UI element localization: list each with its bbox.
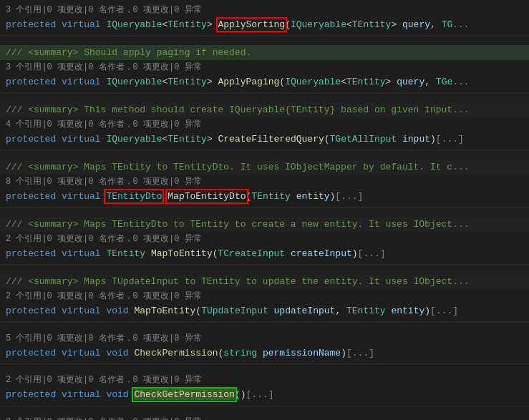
kw-void-1: void (106, 306, 128, 316)
method-map-to-entity-dto-highlight[interactable]: MapToEntityDto (168, 191, 246, 202)
param-query-2: query (397, 77, 424, 87)
paren-1: ( (285, 19, 291, 30)
bracket-2: > (207, 19, 213, 30)
kw-protected-6: protected (6, 306, 56, 316)
ellipsis-5: [...] (358, 248, 386, 259)
kw-protected-2: protected (6, 77, 56, 87)
type-tentity-3: TEntity (168, 77, 207, 87)
method-map-to-entity-create: MapToEntity (151, 248, 213, 259)
method-check-permission: CheckPermission (134, 348, 218, 358)
code-view: 3 个引用|0 项更改|0 名作者，0 项更改|0 异常 protected v… (0, 0, 529, 420)
paren-13: () (235, 389, 246, 400)
type-string: string (223, 348, 257, 358)
paren-9: ( (195, 306, 201, 316)
kw-virtual-8: virtual (62, 389, 101, 400)
section-map-to-entity-update: /// <summary> Maps TUpdateInput to TEnti… (0, 271, 529, 323)
section-check-get-permission: 2 个引用|0 项更改|0 名作者，0 项更改|0 异常 protected v… (0, 370, 529, 406)
code-check-permission: protected virtual void CheckPermission(s… (0, 346, 529, 361)
type-iqueryable-3: IQueryable (106, 77, 162, 87)
kw-protected-1: protected (6, 19, 56, 30)
meta-apply-paging: 3 个引用|0 项更改|0 名作者，0 项更改|0 异常 (0, 60, 529, 74)
meta-check-get-all-permission: 2 个引用|0 项更改|0 名作者，0 项更改|0 异常 (0, 415, 529, 421)
kw-virtual-7: virtual (62, 348, 101, 358)
kw-virtual-2: virtual (62, 77, 101, 87)
divider-1 (0, 36, 529, 42)
meta-apply-sorting: 3 个引用|0 项更改|0 名作者，0 项更改|0 异常 (0, 3, 529, 17)
ellipsis-2: ... (452, 77, 469, 87)
comma-3: , (335, 306, 341, 316)
type-tentity-7: TEntity (106, 248, 145, 259)
divider-8 (0, 406, 529, 412)
kw-virtual-3: virtual (62, 134, 101, 145)
meta-create-filtered: 4 个引用|0 项更改|0 名作者，0 项更改|0 异常 (0, 117, 529, 132)
kw-protected-8: protected (6, 389, 56, 400)
kw-virtual-4: virtual (62, 191, 101, 202)
kw-protected-7: protected (6, 348, 56, 358)
type-tentity-2: TEntity (352, 19, 392, 30)
ellipsis-8: [...] (246, 389, 274, 400)
section-check-permission: 5 个引用|0 项更改|0 名作者，0 项更改|0 异常 protected v… (0, 328, 529, 365)
paren-12: ) (341, 348, 346, 358)
param-entity-2: entity (391, 306, 424, 316)
divider-7 (0, 364, 529, 370)
meta-map-to-entity-dto: 8 个引用|0 项更改|0 名作者，0 项更改|0 异常 (0, 175, 529, 189)
meta-check-get-permission: 2 个引用|0 项更改|0 名作者，0 项更改|0 异常 (0, 373, 529, 387)
kw-protected-3: protected (6, 134, 56, 145)
section-apply-sorting: 3 个引用|0 项更改|0 名作者，0 项更改|0 异常 protected v… (0, 0, 529, 36)
ellipsis-6: [...] (430, 306, 458, 316)
comment-map-to-entity-create: /// <summary> Maps TEntityDto to TEntity… (0, 217, 529, 233)
kw-virtual-1: virtual (62, 19, 101, 30)
code-apply-sorting: protected virtual IQueryable<TEntity> Ap… (0, 17, 529, 33)
bracket-4: > (391, 19, 397, 30)
comment-map-to-entity-update: /// <summary> Maps TUpdateInput to TEnti… (0, 274, 529, 290)
meta-map-to-entity-update: 2 个引用|0 项更改|0 名作者，0 项更改|0 异常 (0, 289, 529, 303)
param-updateinput: updateInput (274, 306, 336, 316)
method-check-get-permission: CheckGetPermission (134, 389, 234, 400)
method-map-to-entity-update: MapToEntity (134, 306, 195, 316)
ellipsis-7: [...] (346, 348, 374, 358)
method-apply-sorting: ApplySorting (218, 19, 286, 30)
type-tentity-4: TEntity (346, 77, 386, 87)
type-tentity-1: TEntity (168, 19, 207, 30)
kw-void-3: void (106, 389, 128, 400)
section-create-filtered-query: /// <summary> This method should create … (0, 99, 529, 151)
type-iqueryable-4: IQueryable (285, 77, 341, 87)
kw-virtual-6: virtual (62, 306, 101, 316)
meta-check-permission: 5 个引用|0 项更改|0 名作者，0 项更改|0 异常 (0, 331, 529, 346)
kw-protected-4: protected (6, 191, 56, 202)
type-iqueryable-2: IQueryable (291, 19, 346, 30)
paren-2: ( (279, 77, 285, 87)
comma-2: , (424, 77, 430, 87)
bracket-10: > (207, 134, 213, 145)
param-permissionname: permissionName (263, 348, 341, 358)
section-check-get-all-permission: 2 个引用|0 项更改|0 名作者，0 项更改|0 异常 protected v… (0, 412, 529, 421)
type-tentity-6: TEntity (251, 191, 291, 202)
meta-map-to-entity-create: 2 个引用|0 项更改|0 名作者，0 项更改|0 异常 (0, 232, 529, 246)
divider-4 (0, 208, 529, 214)
paren-7: ( (213, 248, 218, 259)
method-create-filtered: CreateFilteredQuery (218, 134, 324, 145)
type-tentitydto-highlight[interactable]: TEntityDto (106, 191, 162, 202)
method-map-to-entity-dto: MapToEntityDto (168, 191, 246, 202)
code-map-to-entity-create: protected virtual TEntity MapToEntity(TC… (0, 246, 529, 262)
ellipsis-4: [...] (335, 191, 363, 202)
code-create-filtered: protected virtual IQueryable<TEntity> Cr… (0, 132, 529, 147)
bracket-7: < (341, 77, 346, 87)
code-map-to-entity-update: protected virtual void MapToEntity(TUpda… (0, 303, 529, 319)
type-tge: TGe (436, 77, 452, 87)
divider-5 (0, 265, 529, 271)
section-apply-paging: /// <summary> Should apply paging if nee… (0, 42, 529, 94)
comment-create-filtered: /// <summary> This method should create … (0, 102, 529, 118)
type-tentitydto: TEntityDto (106, 191, 162, 202)
code-check-get-permission: protected virtual void CheckGetPermissio… (0, 387, 529, 403)
kw-protected-5: protected (6, 248, 56, 259)
paren-4: ) (430, 134, 436, 145)
comma: , (430, 19, 436, 30)
param-query: query (402, 19, 430, 30)
comment-apply-paging: /// <summary> Should apply paging if nee… (0, 45, 529, 61)
method-apply-sorting-highlight[interactable]: ApplySorting (218, 19, 286, 30)
ellipsis-3: [...] (436, 134, 464, 145)
paren-10: ) (424, 306, 430, 316)
method-check-get-permission-highlight[interactable]: CheckGetPermission (134, 389, 234, 400)
type-tgetall: TGetAllInput (330, 134, 397, 145)
